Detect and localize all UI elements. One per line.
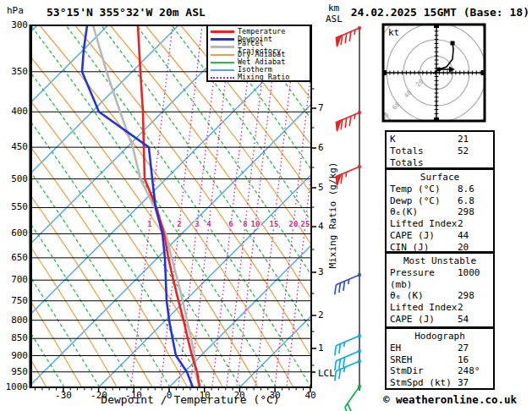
mixing-ratio-label: 10 [251,220,261,228]
panel-row: EH27 [390,342,490,354]
panel-row: CAPE (J)44 [390,230,490,242]
hodograph-top-marker [451,41,455,46]
hodograph-unit-label: kt [388,27,399,38]
panel-row-value: 27 [458,342,469,354]
km-tick-label: 4 [318,221,324,232]
panel-row-value: 6.8 [458,195,474,207]
wind-barb-station-dot [358,273,361,277]
wind-barb-station-dot [358,385,361,388]
panel-title: Surface [390,172,490,184]
pressure-tick-label: 900 [0,350,28,361]
km-tick-label: 5 [318,182,324,193]
panel-row-value: 2 [458,302,463,314]
pressure-tick-label: 350 [0,66,28,77]
temp-tick-label: 10 [192,390,217,401]
panel-row-label: CAPE (J) [390,230,458,242]
panel-row-label: Lifted Index [390,302,458,314]
pressure-tick-label: 700 [0,274,28,285]
mixing-ratio-label: 20 [289,220,299,228]
lcl-label: LCL [318,368,335,379]
panel-row-value: 8.6 [458,184,474,195]
panel-row: θₑ(K)298 [390,206,490,218]
km-tick-label: 6 [318,142,324,153]
wind-barb [334,112,363,131]
copyright: © weatheronline.co.uk [383,393,517,406]
panel-row-label: CAPE (J) [390,314,458,326]
panel-row-label: Pressure (mb) [390,267,458,291]
panel-hodograph: HodographEH27SREH16StmDir248°StmSpd (kt)… [385,327,495,390]
mixing-ratio-label: 3 [195,220,199,228]
km-tick-label: 2 [318,310,324,321]
wind-barb [334,28,363,47]
panel-row-label: Totals Totals [390,145,458,169]
panel-row: K21 [390,134,490,145]
panel-row: CAPE (J)54 [390,314,490,326]
panel-most-unstable: Most UnstablePressure (mb)1000θₑ (K)298L… [385,252,495,328]
km-tick-label: 1 [318,342,324,353]
pressure-tick-label: 650 [0,252,28,263]
panel-row-value: 2 [458,218,463,230]
temp-tick-label: 40 [298,390,323,401]
legend-swatch-dry-adiabat [211,54,234,56]
mixing-ratio-label: 25 [301,220,310,228]
legend-swatch-wet-adiabat [211,62,234,63]
panel-row-value: 44 [458,230,469,242]
km-tick-label: 3 [318,266,324,277]
pressure-tick-label: 600 [0,227,28,238]
pressure-tick-label: 850 [0,332,28,343]
temp-tick-label: -30 [51,390,76,401]
panel-row: Lifted Index2 [390,302,490,314]
panel-row-value: 21 [458,134,469,145]
wind-barb-station-dot [358,165,361,168]
pressure-tick-label: 800 [0,315,28,326]
panel-row-label: Lifted Index [390,218,458,230]
legend-swatch-temperature [211,30,234,33]
sounding-chart: 1234681015202520406080 hPa 53°15'N 355°3… [0,0,532,411]
pressure-tick-label: 400 [0,106,28,117]
panel-row-label: SREH [390,354,458,366]
panel-row-value: 37 [458,377,469,389]
pressure-tick-label: 300 [0,19,28,30]
mixing-ratio-label: 8 [243,220,247,228]
temp-tick-label: -20 [86,390,112,401]
wind-barb-station-dot [358,111,361,114]
panel-row: Dewp (°C)6.8 [390,195,490,207]
wind-barb-station-dot [358,349,361,353]
temp-tick-label: -10 [121,390,146,401]
panel-row: StmSpd (kt)37 [390,377,490,389]
panel-row-value: 52 [458,145,469,169]
panel-row-value: 54 [458,314,469,326]
panel-row-value: 248° [458,365,480,377]
pressure-unit-label: hPa [7,5,24,16]
panel-surface: SurfaceTemp (°C)8.6Dewp (°C)6.8θₑ(K)298L… [385,168,495,253]
panel-row-value: 1000 [458,267,480,291]
wind-barb-station-dot [358,26,361,30]
panel-row-label: Dewp (°C) [390,195,458,207]
panel-row-label: θₑ(K) [390,206,458,218]
panel-row: θₑ (K)298 [390,290,490,302]
panel-row-label: StmDir [390,365,458,377]
alt-unit-km: km [328,3,339,14]
panel-title: Most Unstable [390,255,490,267]
legend: TemperatureDewpointParcel TrajectoryDry … [206,25,311,82]
mixing-ratio-label: 1 [147,220,151,228]
wind-barb [334,167,363,185]
wind-barb-station-dot [358,359,361,363]
panel-row: StmDir248° [390,365,490,377]
pressure-tick-label: 450 [0,141,28,152]
pressure-tick-label: 1000 [0,381,28,392]
mixing-ratio-label: 15 [270,220,279,228]
legend-swatch-dewpoint [211,38,234,41]
km-tick-label: 7 [318,102,324,113]
panel-row: Pressure (mb)1000 [390,267,490,291]
panel-row-label: θₑ (K) [390,290,458,302]
pressure-tick-label: 550 [0,201,28,212]
panel-row-label: StmSpd (kt) [390,377,458,389]
panel-row: Lifted Index2 [390,218,490,230]
mixing-ratio-axis-label: Mixing Ratio (g/kg) [327,148,338,283]
mixing-ratio-label: 6 [228,220,233,228]
legend-label: Mixing Ratio [238,74,289,81]
mixing-ratio-label: 2 [177,220,181,228]
panel-row-value: 298 [458,206,474,218]
panel-row-label: Temp (°C) [390,184,458,195]
